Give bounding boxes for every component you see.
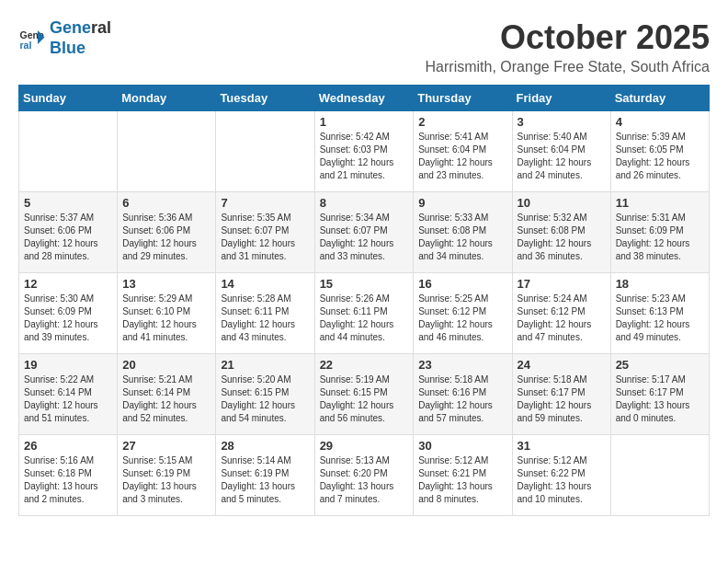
weekday-header-sunday: Sunday <box>19 86 118 111</box>
calendar-cell: 10Sunrise: 5:32 AM Sunset: 6:08 PM Dayli… <box>512 192 610 273</box>
day-info: Sunrise: 5:16 AM Sunset: 6:18 PM Dayligh… <box>24 454 112 506</box>
day-number: 28 <box>221 439 309 453</box>
day-number: 29 <box>320 439 409 453</box>
calendar-cell: 19Sunrise: 5:22 AM Sunset: 6:14 PM Dayli… <box>19 354 118 435</box>
day-number: 18 <box>616 277 704 291</box>
calendar-cell: 28Sunrise: 5:14 AM Sunset: 6:19 PM Dayli… <box>216 435 314 516</box>
day-info: Sunrise: 5:24 AM Sunset: 6:12 PM Dayligh… <box>518 293 606 344</box>
day-info: Sunrise: 5:31 AM Sunset: 6:09 PM Dayligh… <box>616 212 704 263</box>
calendar-cell: 14Sunrise: 5:28 AM Sunset: 6:11 PM Dayli… <box>216 273 314 354</box>
logo-icon: Gene ral <box>18 25 46 52</box>
calendar-cell: 20Sunrise: 5:21 AM Sunset: 6:14 PM Dayli… <box>118 354 216 435</box>
day-info: Sunrise: 5:17 AM Sunset: 6:17 PM Dayligh… <box>616 373 704 425</box>
day-number: 3 <box>518 115 606 129</box>
calendar-cell: 5Sunrise: 5:37 AM Sunset: 6:06 PM Daylig… <box>19 192 118 273</box>
calendar-cell: 29Sunrise: 5:13 AM Sunset: 6:20 PM Dayli… <box>314 435 414 516</box>
day-number: 2 <box>418 115 506 129</box>
day-number: 24 <box>518 358 606 372</box>
month-title: October 2025 <box>426 18 710 57</box>
day-info: Sunrise: 5:34 AM Sunset: 6:07 PM Dayligh… <box>320 212 409 263</box>
day-info: Sunrise: 5:33 AM Sunset: 6:08 PM Dayligh… <box>418 212 506 263</box>
weekday-header-friday: Friday <box>512 86 610 111</box>
svg-text:ral: ral <box>20 39 32 50</box>
weekday-header-monday: Monday <box>118 86 216 111</box>
calendar-cell: 13Sunrise: 5:29 AM Sunset: 6:10 PM Dayli… <box>118 273 216 354</box>
weekday-header-tuesday: Tuesday <box>216 86 314 111</box>
calendar-cell: 6Sunrise: 5:36 AM Sunset: 6:06 PM Daylig… <box>118 192 216 273</box>
day-number: 30 <box>418 439 506 453</box>
calendar-week-2: 5Sunrise: 5:37 AM Sunset: 6:06 PM Daylig… <box>19 192 710 273</box>
logo-blue: Blue <box>50 39 85 57</box>
calendar-table: SundayMondayTuesdayWednesdayThursdayFrid… <box>18 85 710 516</box>
day-info: Sunrise: 5:19 AM Sunset: 6:15 PM Dayligh… <box>320 373 409 425</box>
day-number: 31 <box>518 439 606 453</box>
day-number: 21 <box>221 358 309 372</box>
day-number: 5 <box>24 196 112 210</box>
calendar-cell: 2Sunrise: 5:41 AM Sunset: 6:04 PM Daylig… <box>414 111 512 192</box>
calendar-cell: 16Sunrise: 5:25 AM Sunset: 6:12 PM Dayli… <box>414 273 512 354</box>
day-number: 23 <box>418 358 506 372</box>
weekday-header-wednesday: Wednesday <box>314 86 414 111</box>
calendar-cell: 7Sunrise: 5:35 AM Sunset: 6:07 PM Daylig… <box>216 192 314 273</box>
calendar-cell: 21Sunrise: 5:20 AM Sunset: 6:15 PM Dayli… <box>216 354 314 435</box>
calendar-cell: 4Sunrise: 5:39 AM Sunset: 6:05 PM Daylig… <box>610 111 709 192</box>
calendar-week-4: 19Sunrise: 5:22 AM Sunset: 6:14 PM Dayli… <box>19 354 710 435</box>
day-number: 26 <box>24 439 112 453</box>
day-info: Sunrise: 5:29 AM Sunset: 6:10 PM Dayligh… <box>122 293 210 344</box>
weekday-header-thursday: Thursday <box>414 86 512 111</box>
day-number: 6 <box>122 196 210 210</box>
calendar-cell: 15Sunrise: 5:26 AM Sunset: 6:11 PM Dayli… <box>314 273 414 354</box>
day-info: Sunrise: 5:40 AM Sunset: 6:04 PM Dayligh… <box>518 131 606 182</box>
subtitle: Harrismith, Orange Free State, South Afr… <box>426 59 710 75</box>
calendar-cell: 18Sunrise: 5:23 AM Sunset: 6:13 PM Dayli… <box>610 273 709 354</box>
calendar-cell: 23Sunrise: 5:18 AM Sunset: 6:16 PM Dayli… <box>414 354 512 435</box>
calendar-cell: 3Sunrise: 5:40 AM Sunset: 6:04 PM Daylig… <box>512 111 610 192</box>
calendar-cell: 27Sunrise: 5:15 AM Sunset: 6:19 PM Dayli… <box>118 435 216 516</box>
day-info: Sunrise: 5:26 AM Sunset: 6:11 PM Dayligh… <box>320 293 409 344</box>
day-info: Sunrise: 5:15 AM Sunset: 6:19 PM Dayligh… <box>122 454 210 506</box>
day-info: Sunrise: 5:21 AM Sunset: 6:14 PM Dayligh… <box>122 373 210 425</box>
day-info: Sunrise: 5:23 AM Sunset: 6:13 PM Dayligh… <box>616 293 704 344</box>
day-info: Sunrise: 5:13 AM Sunset: 6:20 PM Dayligh… <box>320 454 409 506</box>
day-number: 19 <box>24 358 112 372</box>
day-number: 14 <box>221 277 309 291</box>
calendar-cell <box>118 111 216 192</box>
day-number: 7 <box>221 196 309 210</box>
calendar-week-1: 1Sunrise: 5:42 AM Sunset: 6:03 PM Daylig… <box>19 111 710 192</box>
day-number: 4 <box>616 115 704 129</box>
calendar-header-row: SundayMondayTuesdayWednesdayThursdayFrid… <box>19 86 710 111</box>
calendar-cell: 24Sunrise: 5:18 AM Sunset: 6:17 PM Dayli… <box>512 354 610 435</box>
day-number: 12 <box>24 277 112 291</box>
calendar-cell: 25Sunrise: 5:17 AM Sunset: 6:17 PM Dayli… <box>610 354 709 435</box>
day-info: Sunrise: 5:12 AM Sunset: 6:22 PM Dayligh… <box>518 454 606 506</box>
calendar-cell: 17Sunrise: 5:24 AM Sunset: 6:12 PM Dayli… <box>512 273 610 354</box>
calendar-cell: 22Sunrise: 5:19 AM Sunset: 6:15 PM Dayli… <box>314 354 414 435</box>
calendar-cell <box>216 111 314 192</box>
day-info: Sunrise: 5:18 AM Sunset: 6:17 PM Dayligh… <box>518 373 606 425</box>
day-info: Sunrise: 5:30 AM Sunset: 6:09 PM Dayligh… <box>24 293 112 344</box>
day-info: Sunrise: 5:39 AM Sunset: 6:05 PM Dayligh… <box>616 131 704 182</box>
day-number: 20 <box>122 358 210 372</box>
day-info: Sunrise: 5:20 AM Sunset: 6:15 PM Dayligh… <box>221 373 309 425</box>
logo-text: GeneralBlue <box>50 18 111 58</box>
day-info: Sunrise: 5:28 AM Sunset: 6:11 PM Dayligh… <box>221 293 309 344</box>
day-info: Sunrise: 5:12 AM Sunset: 6:21 PM Dayligh… <box>418 454 506 506</box>
calendar-cell: 9Sunrise: 5:33 AM Sunset: 6:08 PM Daylig… <box>414 192 512 273</box>
calendar-cell: 1Sunrise: 5:42 AM Sunset: 6:03 PM Daylig… <box>314 111 414 192</box>
day-info: Sunrise: 5:18 AM Sunset: 6:16 PM Dayligh… <box>418 373 506 425</box>
calendar-week-3: 12Sunrise: 5:30 AM Sunset: 6:09 PM Dayli… <box>19 273 710 354</box>
calendar-week-5: 26Sunrise: 5:16 AM Sunset: 6:18 PM Dayli… <box>19 435 710 516</box>
calendar-cell: 30Sunrise: 5:12 AM Sunset: 6:21 PM Dayli… <box>414 435 512 516</box>
day-number: 13 <box>122 277 210 291</box>
day-number: 17 <box>518 277 606 291</box>
day-number: 10 <box>518 196 606 210</box>
calendar-cell <box>610 435 709 516</box>
day-number: 16 <box>418 277 506 291</box>
logo: Gene ral GeneralBlue <box>18 18 111 58</box>
day-info: Sunrise: 5:37 AM Sunset: 6:06 PM Dayligh… <box>24 212 112 263</box>
day-number: 25 <box>616 358 704 372</box>
day-number: 15 <box>320 277 409 291</box>
day-number: 9 <box>418 196 506 210</box>
calendar-cell: 11Sunrise: 5:31 AM Sunset: 6:09 PM Dayli… <box>610 192 709 273</box>
day-info: Sunrise: 5:36 AM Sunset: 6:06 PM Dayligh… <box>122 212 210 263</box>
